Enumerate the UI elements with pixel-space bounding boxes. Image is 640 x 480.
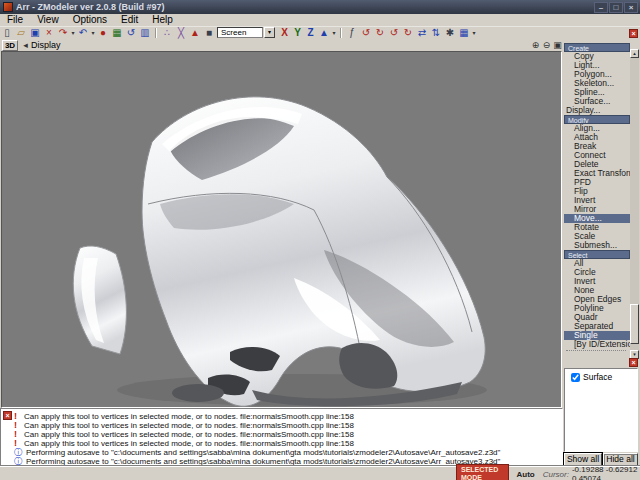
sidebar-section-modify[interactable]: Modify bbox=[564, 115, 630, 124]
sidebar-scrollbar[interactable]: ▴ ▾ bbox=[630, 49, 639, 359]
orbit-3-icon[interactable]: ↺ bbox=[387, 27, 401, 39]
info-icon: ⓘ bbox=[14, 448, 22, 457]
menu-file[interactable]: File bbox=[0, 14, 30, 26]
log-text: Performing autosave to "c:\documents and… bbox=[26, 457, 500, 466]
axis-x-button[interactable]: X bbox=[278, 27, 291, 39]
scroll-up-icon[interactable]: ▴ bbox=[630, 49, 639, 58]
sidebar-item-quadr[interactable]: Quadr bbox=[564, 313, 630, 322]
sidebar-item-invert[interactable]: Invert bbox=[564, 196, 630, 205]
menu-edit[interactable]: Edit bbox=[114, 14, 145, 26]
sidebar-item-select-invert[interactable]: Invert bbox=[564, 277, 630, 286]
scrollbar-thumb[interactable] bbox=[630, 304, 639, 344]
screen-select[interactable]: Screen bbox=[217, 27, 263, 38]
star-icon[interactable]: ✱ bbox=[443, 27, 457, 39]
sidebar-item-separated[interactable]: Separated bbox=[564, 322, 630, 331]
axis-gizmo-caret-icon[interactable]: ▾ bbox=[331, 29, 337, 36]
history-icon[interactable]: ↶ bbox=[76, 27, 90, 39]
commandbar-close-icon[interactable]: × bbox=[629, 29, 638, 38]
level-objects-icon[interactable]: ■ bbox=[202, 27, 216, 39]
pan-icon[interactable]: ⇄ bbox=[415, 27, 429, 39]
sidebar-item-light[interactable]: Light... bbox=[564, 61, 630, 70]
sidebar-item-mirror[interactable]: Mirror bbox=[564, 205, 630, 214]
sidebar-item-exact-transform[interactable]: Exact Transform bbox=[564, 169, 630, 178]
grid-icon[interactable]: ▦ bbox=[457, 27, 471, 39]
sidebar-item-submesh[interactable]: Submesh... bbox=[564, 241, 630, 250]
sidebar-item-copy[interactable]: Copy bbox=[564, 52, 630, 61]
axis-y-button[interactable]: Y bbox=[291, 27, 304, 39]
log-text: Can apply this tool to vertices in selec… bbox=[24, 421, 354, 430]
menu-help[interactable]: Help bbox=[145, 14, 180, 26]
orbit-1-icon[interactable]: ↺ bbox=[359, 27, 373, 39]
toolbar-separator bbox=[155, 28, 157, 38]
sidebar-item-all[interactable]: All bbox=[564, 259, 630, 268]
side-panel-icon[interactable]: ▥ bbox=[138, 27, 152, 39]
sidebar-section-select[interactable]: Select bbox=[564, 250, 630, 259]
sidebar-item-circle[interactable]: Circle bbox=[564, 268, 630, 277]
close-button[interactable]: × bbox=[624, 2, 638, 13]
sidebar-item-attach[interactable]: Attach bbox=[564, 133, 630, 142]
sidebar-item-single[interactable]: Single bbox=[564, 331, 630, 340]
material-editor-icon[interactable]: ▦ bbox=[110, 27, 124, 39]
sidebar-item-align[interactable]: Align... bbox=[564, 124, 630, 133]
minimize-button[interactable]: – bbox=[594, 2, 608, 13]
log-text: Performing autosave to "c:\documents and… bbox=[26, 448, 500, 457]
menu-options[interactable]: Options bbox=[66, 14, 114, 26]
sidebar-item-display[interactable]: Display... bbox=[564, 106, 630, 115]
dolly-icon[interactable]: ⇅ bbox=[429, 27, 443, 39]
visibility-panel: Surface bbox=[564, 368, 638, 452]
maximize-button[interactable]: □ bbox=[609, 2, 623, 13]
zoom-out-icon[interactable]: ⊖ bbox=[541, 40, 552, 50]
log-close-icon[interactable]: × bbox=[3, 411, 12, 420]
save-file-icon[interactable]: ▣ bbox=[28, 27, 42, 39]
open-file-icon[interactable]: ▱ bbox=[14, 27, 28, 39]
fov-icon[interactable]: ƒ bbox=[345, 27, 359, 39]
sidebar-item-polygon[interactable]: Polygon... bbox=[564, 70, 630, 79]
3d-viewport[interactable] bbox=[1, 51, 562, 408]
level-edges-icon[interactable]: ╳ bbox=[174, 27, 188, 39]
level-vertices-icon[interactable]: ∴ bbox=[160, 27, 174, 39]
new-file-icon[interactable]: ▯ bbox=[0, 27, 14, 39]
sidebar-item-move[interactable]: Move... bbox=[564, 214, 630, 223]
zoom-in-icon[interactable]: ⊕ bbox=[530, 40, 541, 50]
viewport-mode-label[interactable]: Display bbox=[31, 40, 61, 50]
delete-icon[interactable]: × bbox=[42, 27, 56, 39]
orbit-2-icon[interactable]: ↻ bbox=[373, 27, 387, 39]
sidebar-section-create[interactable]: Create bbox=[564, 43, 630, 52]
sidebar-item-flip[interactable]: Flip bbox=[564, 187, 630, 196]
info-icon: ⓘ bbox=[14, 457, 22, 466]
orbit-4-icon[interactable]: ↻ bbox=[401, 27, 415, 39]
toolbar-separator bbox=[340, 28, 342, 38]
app-logo-icon bbox=[3, 2, 13, 12]
sidebar-item-by-id-extension[interactable]: [By ID/Extension] bbox=[564, 340, 630, 349]
view-3d-button[interactable]: 3D bbox=[2, 40, 18, 51]
window-title: Arr - ZModeler ver 2.0.8 (Build #97) bbox=[16, 2, 165, 12]
back-arrow-icon[interactable]: ◂ bbox=[20, 40, 31, 50]
viewport-maximize-icon[interactable]: ▣ bbox=[552, 40, 563, 50]
log-entry: ⓘ Performing autosave to "c:\documents a… bbox=[14, 457, 500, 466]
sidebar-item-rotate[interactable]: Rotate bbox=[564, 223, 630, 232]
sidebar-item-open-edges[interactable]: Open Edges bbox=[564, 295, 630, 304]
import-icon[interactable]: ↷ bbox=[56, 27, 70, 39]
level-polygons-icon[interactable]: ▲ bbox=[188, 27, 202, 39]
sidebar-item-polyline[interactable]: Polyline bbox=[564, 304, 630, 313]
sidebar-item-skeleton[interactable]: Skeleton... bbox=[564, 79, 630, 88]
car-model[interactable] bbox=[2, 52, 561, 407]
screen-select-caret-icon[interactable]: ▾ bbox=[264, 27, 275, 38]
title-bar: Arr - ZModeler ver 2.0.8 (Build #97) – □… bbox=[0, 0, 640, 14]
sidebar-item-none[interactable]: None bbox=[564, 286, 630, 295]
undo-icon[interactable]: ↺ bbox=[124, 27, 138, 39]
record-icon[interactable]: ● bbox=[96, 27, 110, 39]
sidebar-item-connect[interactable]: Connect bbox=[564, 151, 630, 160]
grid-caret-icon[interactable]: ▾ bbox=[471, 29, 477, 36]
sidebar-item-surface[interactable]: Surface... bbox=[564, 97, 630, 106]
surface-checkbox[interactable] bbox=[571, 373, 580, 382]
sidebar-item-delete[interactable]: Delete bbox=[564, 160, 630, 169]
axis-z-button[interactable]: Z bbox=[304, 27, 317, 39]
sidebar-item-scale[interactable]: Scale bbox=[564, 232, 630, 241]
menu-view[interactable]: View bbox=[30, 14, 66, 26]
sidebar-item-pfd[interactable]: PFD bbox=[564, 178, 630, 187]
axis-gizmo-icon[interactable]: ▲ bbox=[317, 27, 331, 39]
visibility-panel-close-icon[interactable]: × bbox=[629, 358, 638, 367]
sidebar-item-break[interactable]: Break bbox=[564, 142, 630, 151]
sidebar-item-spline[interactable]: Spline... bbox=[564, 88, 630, 97]
